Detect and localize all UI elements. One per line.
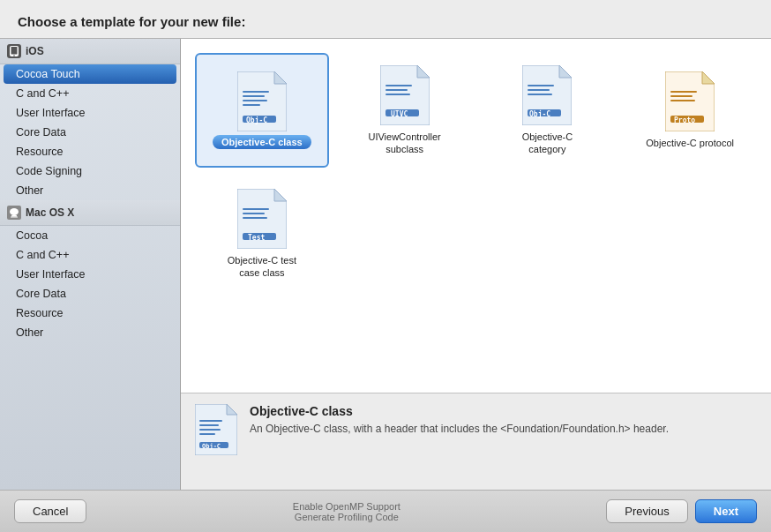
svg-marker-28 [559, 65, 572, 78]
sidebar-item-user-interface[interactable]: User Interface [0, 103, 180, 123]
description-file-icon: Obj-C [195, 404, 237, 453]
template-item-objc-category[interactable]: Obj-C Objective-Ccategory [481, 53, 615, 168]
phone-icon [7, 44, 21, 58]
svg-rect-17 [243, 104, 260, 106]
svg-marker-13 [274, 71, 287, 84]
objc-class-icon: Obj-C [237, 71, 287, 131]
bottom-bar: Cancel Enable OpenMP Support Generate Pr… [0, 490, 771, 532]
svg-rect-38 [670, 100, 695, 101]
svg-rect-36 [670, 91, 697, 93]
template-item-objc-class[interactable]: Obj-C Objective-C class [195, 53, 329, 168]
mac-icon [7, 206, 21, 220]
svg-rect-50 [199, 420, 222, 422]
svg-rect-5 [11, 217, 18, 218]
svg-text:UIVC: UIVC [391, 110, 408, 118]
template-item-objc-protocol[interactable]: Proto Objective-C protocol [623, 53, 757, 168]
sidebar-group-macosx: Mac OS X [0, 200, 180, 226]
sidebar-item-user-interface-mac[interactable]: User Interface [0, 265, 180, 284]
sidebar-item-other-ios[interactable]: Other [0, 181, 180, 200]
objc-category-label: Objective-Ccategory [522, 131, 573, 156]
template-item-uiviewcontroller[interactable]: UIVC UIViewControllersubclass [338, 53, 472, 168]
svg-rect-45 [243, 217, 267, 219]
dialog-header: Choose a template for your new file: [0, 0, 771, 38]
svg-rect-51 [199, 424, 219, 426]
svg-text:Proto: Proto [674, 116, 695, 124]
sidebar-item-cocoa-touch[interactable]: Cocoa Touch [4, 64, 176, 84]
previous-button[interactable]: Previous [606, 499, 688, 523]
objc-protocol-label: Objective-C protocol [646, 137, 734, 149]
svg-marker-21 [417, 65, 430, 78]
svg-rect-43 [243, 208, 269, 210]
bottom-right: Previous Next [606, 499, 757, 523]
svg-marker-49 [227, 404, 237, 415]
objc-category-icon: Obj-C [522, 65, 572, 125]
bottom-left: Cancel [14, 499, 86, 523]
sidebar-item-core-data[interactable]: Core Data [0, 123, 180, 142]
svg-point-3 [10, 208, 19, 215]
svg-rect-24 [386, 94, 410, 95]
svg-text:Obj-C: Obj-C [246, 116, 267, 124]
svg-rect-4 [11, 215, 17, 217]
svg-text:Test: Test [248, 234, 265, 242]
dialog-body: iOS Cocoa Touch C and C++ User Interface… [0, 38, 771, 490]
sidebar-item-resource[interactable]: Resource [0, 142, 180, 161]
template-grid-area: Obj-C Objective-C class [181, 39, 771, 393]
svg-marker-35 [702, 71, 715, 84]
main-content: Obj-C Objective-C class [181, 39, 771, 490]
svg-text:Obj-C: Obj-C [202, 443, 221, 450]
objc-test-label: Objective-C testcase class [228, 254, 296, 280]
template-item-objc-test[interactable]: Test Objective-C testcase class [195, 176, 329, 291]
objc-test-icon: Test [237, 189, 287, 249]
svg-rect-53 [199, 433, 215, 435]
svg-rect-1 [11, 47, 18, 55]
svg-rect-15 [243, 95, 265, 97]
template-grid: Obj-C Objective-C class [181, 39, 771, 393]
ios-group-label: iOS [26, 45, 44, 57]
sidebar-item-cocoa[interactable]: Cocoa [0, 226, 180, 245]
cancel-button[interactable]: Cancel [14, 499, 86, 523]
description-text: Objective-C class An Objective-C class, … [250, 404, 669, 437]
selected-badge: Objective-C class [213, 135, 311, 149]
new-file-dialog: Choose a template for your new file: iOS… [0, 0, 771, 532]
svg-rect-30 [528, 89, 550, 91]
description-area: Obj-C Objective-C class An Objective-C c… [181, 393, 771, 490]
description-title: Objective-C class [250, 404, 669, 418]
macosx-group-label: Mac OS X [26, 206, 74, 219]
uiviewcontroller-icon: UIVC [380, 65, 430, 125]
sidebar: iOS Cocoa Touch C and C++ User Interface… [0, 39, 181, 490]
svg-rect-22 [386, 85, 412, 86]
next-button[interactable]: Next [695, 499, 757, 523]
description-body: An Objective-C class, with a header that… [250, 422, 669, 437]
svg-marker-42 [274, 189, 287, 201]
sidebar-item-code-signing[interactable]: Code Signing [0, 161, 180, 181]
sidebar-group-ios: iOS [0, 39, 180, 64]
svg-rect-14 [243, 91, 269, 93]
svg-rect-37 [670, 95, 692, 97]
svg-point-2 [13, 55, 15, 56]
sidebar-item-c-cpp-mac[interactable]: C and C++ [0, 245, 180, 265]
svg-text:Obj-C: Obj-C [529, 109, 550, 118]
objc-protocol-icon: Proto [665, 71, 715, 131]
bottom-center-text: Enable OpenMP Support Generate Profiling… [293, 501, 400, 522]
dialog-title: Choose a template for your new file: [18, 14, 753, 29]
svg-rect-23 [386, 89, 408, 91]
uiviewcontroller-label: UIViewControllersubclass [368, 131, 440, 156]
svg-rect-29 [528, 85, 554, 86]
sidebar-item-core-data-mac[interactable]: Core Data [0, 284, 180, 303]
sidebar-item-c-cpp[interactable]: C and C++ [0, 84, 180, 103]
svg-rect-16 [243, 100, 267, 101]
svg-rect-52 [199, 429, 221, 431]
svg-rect-44 [243, 213, 265, 214]
svg-rect-31 [528, 94, 552, 95]
sidebar-item-other-mac[interactable]: Other [0, 323, 180, 342]
sidebar-item-resource-mac[interactable]: Resource [0, 303, 180, 323]
